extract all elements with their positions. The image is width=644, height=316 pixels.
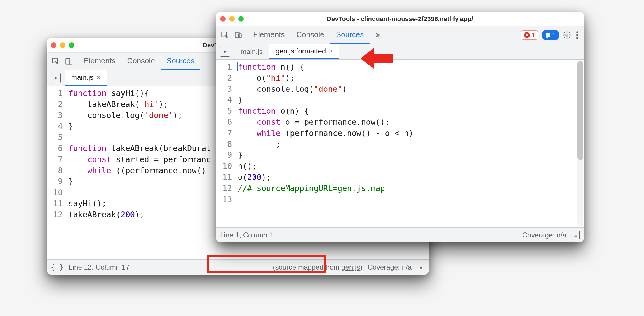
file-tabs: main.js gen.js:formatted × <box>216 44 584 60</box>
more-tabs-icon[interactable] <box>370 26 384 44</box>
scrollbar[interactable] <box>577 61 583 226</box>
file-tab-label: main.js <box>241 48 263 56</box>
svg-rect-8 <box>574 236 577 236</box>
inspect-icon[interactable] <box>51 57 60 65</box>
line-gutter: 1 2 3 4 5 6 7 8 9 10 11 12 <box>47 86 67 259</box>
issues-count: 1 <box>552 31 556 39</box>
line-gutter: 1 2 3 4 5 6 7 8 9 10 11 12 13 <box>216 60 236 227</box>
error-badge[interactable]: 1 <box>521 30 538 40</box>
close-icon[interactable]: × <box>329 48 333 54</box>
status-bar: { } Line 12, Column 17 (source mapped fr… <box>47 259 429 275</box>
kebab-menu-icon[interactable] <box>575 30 579 40</box>
file-tab-mainjs[interactable]: main.js <box>234 44 269 59</box>
navigator-toggle-icon[interactable] <box>220 47 230 57</box>
gear-icon[interactable] <box>563 31 571 39</box>
zoom-window-button[interactable] <box>238 16 244 22</box>
coverage-label: Coverage: n/a <box>368 263 412 271</box>
toolbar-left <box>47 53 78 70</box>
device-toolbar-icon[interactable] <box>65 57 73 65</box>
status-bar: Line 1, Column 1 Coverage: n/a <box>216 227 584 242</box>
tab-elements[interactable]: Elements <box>247 26 290 44</box>
file-tab-label: gen.js:formatted <box>276 47 326 55</box>
main-toolbar: Elements Console Sources 1 1 <box>216 26 584 44</box>
navigator-toggle-icon[interactable] <box>51 73 61 83</box>
close-window-button[interactable] <box>51 42 56 48</box>
panel-tabs: Elements Console Sources <box>247 26 516 44</box>
tab-sources[interactable]: Sources <box>161 53 200 70</box>
window-title: DevTools - clinquant-mousse-2f2396.netli… <box>216 15 584 23</box>
minimize-window-button[interactable] <box>229 16 235 22</box>
close-window-button[interactable] <box>220 16 226 22</box>
issues-badge[interactable]: 1 <box>542 30 559 40</box>
source-mapped-label: (source mapped from gen.js) <box>273 263 362 271</box>
issues-icon <box>546 33 550 37</box>
tab-sources[interactable]: Sources <box>330 26 370 44</box>
zoom-window-button[interactable] <box>69 42 74 48</box>
tab-elements[interactable]: Elements <box>78 53 121 70</box>
devtools-window-right: DevTools - clinquant-mousse-2f2396.netli… <box>216 12 584 242</box>
close-icon[interactable]: × <box>96 74 100 81</box>
error-count: 1 <box>532 31 535 39</box>
code-editor[interactable]: 1 2 3 4 5 6 7 8 9 10 11 12 13 function n… <box>216 60 584 227</box>
file-tab-label: main.js <box>71 73 93 81</box>
toolbar-left <box>216 26 247 44</box>
svg-point-7 <box>566 34 568 36</box>
tab-console[interactable]: Console <box>290 26 330 44</box>
device-toolbar-icon[interactable] <box>234 31 242 39</box>
titlebar: DevTools - clinquant-mousse-2f2396.netli… <box>216 12 584 26</box>
code-content: function n() { o("hi"); console.log("don… <box>236 60 584 227</box>
scrollbar-thumb[interactable] <box>577 61 583 160</box>
window-controls <box>51 42 74 48</box>
show-drawer-icon[interactable] <box>417 263 425 271</box>
toolbar-right: 1 1 <box>516 30 584 40</box>
tab-console[interactable]: Console <box>121 53 161 70</box>
show-drawer-icon[interactable] <box>572 231 580 239</box>
cursor-position: Line 1, Column 1 <box>220 231 273 239</box>
file-tab-genjs-formatted[interactable]: gen.js:formatted × <box>269 44 339 59</box>
inspect-icon[interactable] <box>221 31 229 39</box>
cursor-position: Line 12, Column 17 <box>69 263 129 271</box>
window-controls <box>220 16 244 22</box>
pretty-print-icon[interactable]: { } <box>51 263 63 271</box>
svg-rect-3 <box>420 268 422 268</box>
coverage-label: Coverage: n/a <box>522 231 566 239</box>
error-icon <box>524 32 530 38</box>
file-tab-mainjs[interactable]: main.js × <box>65 70 107 86</box>
minimize-window-button[interactable] <box>60 42 65 48</box>
source-mapped-link[interactable]: gen.js <box>341 263 360 271</box>
